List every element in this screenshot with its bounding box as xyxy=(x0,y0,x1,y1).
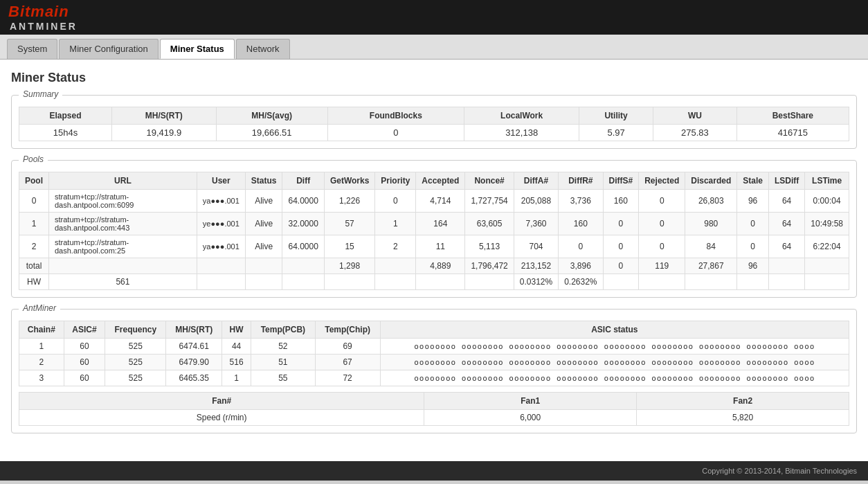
total-discarded: 27,867 xyxy=(685,258,737,274)
pool-0-pool: 0 xyxy=(19,190,49,213)
pools-header-user: User xyxy=(197,172,245,190)
am-header-asic-status: ASIC status xyxy=(380,321,849,339)
hw-empty9 xyxy=(639,274,685,290)
am-3-chain: 3 xyxy=(19,370,64,386)
am-header-mhrt: MH/S(RT) xyxy=(166,321,222,339)
pools-total-row: total 1,298 4,889 1,796,472 213,152 3,89… xyxy=(19,258,849,274)
pool-0-diff: 64.0000 xyxy=(282,190,324,213)
pool-1-diffa: 7,360 xyxy=(514,213,558,235)
pool-0-accepted: 4,714 xyxy=(416,190,465,213)
hw-empty12 xyxy=(768,274,804,290)
pool-1-getworks: 57 xyxy=(324,213,374,235)
summary-localwork: 312,138 xyxy=(464,125,579,141)
navigation: System Miner Configuration Miner Status … xyxy=(0,35,868,60)
pools-header-diff: Diff xyxy=(282,172,324,190)
pools-header-status: Status xyxy=(245,172,282,190)
summary-label: Summary xyxy=(19,89,62,99)
header: Bitmain ANTMINER xyxy=(0,0,868,35)
pool-2-diffa: 704 xyxy=(514,235,558,258)
pools-header-discarded: Discarded xyxy=(685,172,737,190)
pool-1-user: ye●●●.001 xyxy=(197,213,245,235)
pools-header-nonce: Nonce# xyxy=(465,172,514,190)
am-2-hw: 516 xyxy=(222,355,251,370)
pool-1-diff: 32.0000 xyxy=(282,213,324,235)
pool-0-priority: 0 xyxy=(375,190,416,213)
summary-table: Elapsed MH/S(RT) MH/S(avg) FoundBlocks L… xyxy=(19,107,849,141)
pools-header-accepted: Accepted xyxy=(416,172,465,190)
summary-elapsed: 15h4s xyxy=(19,125,112,141)
pool-0-user: ya●●●.001 xyxy=(197,190,245,213)
pool-2-diff: 64.0000 xyxy=(282,235,324,258)
tab-system[interactable]: System xyxy=(7,39,57,59)
am-3-mhrt: 6465.35 xyxy=(166,370,222,386)
pools-header-lstime: LSTime xyxy=(805,172,849,190)
tab-miner-configuration[interactable]: Miner Configuration xyxy=(59,39,158,59)
summary-bestshare: 416715 xyxy=(736,125,849,141)
pool-2-lsdiff: 64 xyxy=(768,235,804,258)
summary-mhsrt: 19,419.9 xyxy=(111,125,216,141)
total-status xyxy=(245,258,282,274)
pool-2-nonce: 5,113 xyxy=(465,235,514,258)
pool-1-rejected: 0 xyxy=(639,213,685,235)
summary-header-wu: WU xyxy=(653,107,737,125)
hw-diffa-pct: 0.0312% xyxy=(514,274,558,290)
pool-2-user: ya●●●.001 xyxy=(197,235,245,258)
fan2-speed: 5,820 xyxy=(637,410,849,426)
hw-empty1 xyxy=(197,274,245,290)
pool-1-lsdiff: 64 xyxy=(768,213,804,235)
summary-foundblocks: 0 xyxy=(327,125,464,141)
pools-header-diffs: DiffS# xyxy=(603,172,639,190)
summary-header-localwork: LocalWork xyxy=(464,107,579,125)
fan-speed-row: Speed (r/min) 6,000 5,820 xyxy=(19,410,849,426)
pool-1-accepted: 164 xyxy=(416,213,465,235)
fan-header-label: Fan# xyxy=(19,393,424,410)
pool-2-getworks: 15 xyxy=(324,235,374,258)
pool-1-diffr: 160 xyxy=(559,213,603,235)
pool-0-diffr: 3,736 xyxy=(559,190,603,213)
table-row: 1 60 525 6474.61 44 52 69 oooooooo ooooo… xyxy=(19,339,849,355)
pools-header-getworks: GetWorks xyxy=(324,172,374,190)
am-2-asic: 60 xyxy=(64,355,105,370)
pool-1-priority: 1 xyxy=(375,213,416,235)
summary-header-elapsed: Elapsed xyxy=(19,107,112,125)
hw-empty13 xyxy=(805,274,849,290)
tab-miner-status[interactable]: Miner Status xyxy=(160,39,235,59)
tab-network[interactable]: Network xyxy=(236,39,290,59)
logo-brand: Bitmain xyxy=(8,3,69,20)
pool-0-status: Alive xyxy=(245,190,282,213)
pools-header-stale: Stale xyxy=(737,172,769,190)
pools-section: Pools Pool URL User Status Diff GetWorks… xyxy=(11,160,857,298)
summary-wu: 275.83 xyxy=(653,125,737,141)
summary-utility: 5.97 xyxy=(579,125,653,141)
am-1-asic-status: oooooooo oooooooo oooooooo oooooooo oooo… xyxy=(380,339,849,355)
am-3-temp-pcb: 55 xyxy=(251,370,316,386)
fan-header-fan2: Fan2 xyxy=(637,393,849,410)
table-row: 2 stratum+tcp://stratum-dash.antpool.com… xyxy=(19,235,849,258)
total-priority xyxy=(375,258,416,274)
hw-empty11 xyxy=(737,274,769,290)
am-1-mhrt: 6474.61 xyxy=(166,339,222,355)
pool-1-nonce: 63,605 xyxy=(465,213,514,235)
am-header-asic: ASIC# xyxy=(64,321,105,339)
pool-0-url: stratum+tcp://stratum-dash.antpool.com:6… xyxy=(49,190,197,213)
hw-empty4 xyxy=(324,274,374,290)
table-row: 0 stratum+tcp://stratum-dash.antpool.com… xyxy=(19,190,849,213)
pool-2-pool: 2 xyxy=(19,235,49,258)
pool-2-priority: 2 xyxy=(375,235,416,258)
hw-empty8 xyxy=(603,274,639,290)
total-diffs: 0 xyxy=(603,258,639,274)
am-header-temp-pcb: Temp(PCB) xyxy=(251,321,316,339)
antminer-table: Chain# ASIC# Frequency MH/S(RT) HW Temp(… xyxy=(19,321,849,386)
pool-2-discarded: 84 xyxy=(685,235,737,258)
am-2-asic-status: oooooooo oooooooo oooooooo oooooooo oooo… xyxy=(380,355,849,370)
pools-header-diffa: DiffA# xyxy=(514,172,558,190)
pool-0-getworks: 1,226 xyxy=(324,190,374,213)
pool-0-rejected: 0 xyxy=(639,190,685,213)
hw-empty2 xyxy=(245,274,282,290)
footer: Copyright © 2013-2014, Bitmain Technolog… xyxy=(0,461,868,481)
am-3-freq: 525 xyxy=(105,370,166,386)
table-row: 2 60 525 6479.90 516 51 67 oooooooo oooo… xyxy=(19,355,849,370)
am-header-hw: HW xyxy=(222,321,251,339)
total-url xyxy=(49,258,197,274)
pool-1-url: stratum+tcp://stratum-dash.antpool.com:4… xyxy=(49,213,197,235)
